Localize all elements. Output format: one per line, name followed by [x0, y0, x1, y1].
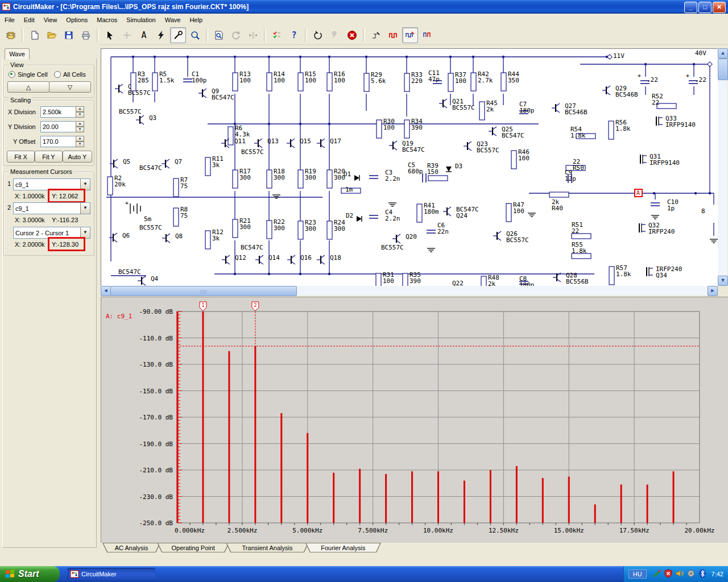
new-file-button[interactable]: [27, 27, 43, 43]
resistor[interactable]: [173, 178, 179, 197]
resistor[interactable]: [403, 273, 408, 286]
menu-options[interactable]: Options: [61, 15, 92, 24]
run-simulation-button[interactable]: [153, 27, 169, 43]
start-button[interactable]: Start: [0, 566, 60, 582]
text-tool-button[interactable]: A: [136, 27, 152, 43]
menu-help[interactable]: Help: [185, 15, 207, 24]
resistor[interactable]: [233, 170, 238, 188]
resistor[interactable]: [377, 120, 382, 138]
resistor[interactable]: [479, 102, 485, 120]
menu-simulation[interactable]: Simulation: [122, 15, 160, 24]
y-division-field[interactable]: 20.00: [40, 121, 77, 132]
resistor[interactable]: [327, 170, 332, 188]
resistor[interactable]: [205, 157, 210, 176]
expand-waveform-button[interactable]: [245, 27, 261, 43]
resistor[interactable]: [152, 73, 158, 91]
x-division-field[interactable]: 2.500k: [40, 106, 77, 118]
probe-tool-button[interactable]: [170, 27, 186, 43]
schematic-canvas[interactable]: +++Q1BC557CBC557CQ3R3285R51.5kC1100pQ9BC…: [101, 48, 718, 286]
analog-wave-button[interactable]: [402, 27, 418, 43]
y-offset-field[interactable]: 170.0: [40, 136, 77, 147]
resistor[interactable]: [417, 204, 422, 222]
schematic-vscrollbar[interactable]: ▲ ▼: [718, 48, 727, 286]
resistor[interactable]: [609, 267, 614, 285]
resistor[interactable]: [107, 177, 113, 195]
resistor[interactable]: [267, 170, 272, 188]
taskbar-task-circuitmaker[interactable]: CircuitMaker: [68, 568, 155, 580]
fit-x-button[interactable]: Fit X: [7, 151, 35, 163]
print-button[interactable]: [78, 27, 94, 43]
resistor[interactable]: [298, 221, 303, 239]
menu-file[interactable]: File: [0, 15, 19, 24]
resistor[interactable]: [481, 276, 486, 286]
resistor[interactable]: [298, 170, 303, 188]
auto-y-button[interactable]: Auto Y: [63, 151, 92, 163]
scroll-up-icon[interactable]: ▲: [718, 48, 728, 59]
resistor[interactable]: [131, 73, 136, 91]
mixed-wave-button[interactable]: [419, 27, 435, 43]
resistor-h[interactable]: [657, 103, 676, 109]
zoom-tool-button[interactable]: [187, 27, 203, 43]
close-button[interactable]: ✕: [713, 2, 726, 13]
resistor-h[interactable]: [549, 192, 569, 197]
resistor[interactable]: [298, 73, 303, 91]
radio-all-cells-dot[interactable]: [54, 71, 61, 78]
wave-probe-button[interactable]: [368, 27, 384, 43]
volume-icon[interactable]: [674, 569, 685, 579]
tab-transient-analysis[interactable]: Transient Analysis: [226, 543, 309, 552]
tab-operating-point[interactable]: Operating Point: [157, 543, 229, 552]
minimize-button[interactable]: _: [684, 2, 697, 13]
resistor[interactable]: [173, 208, 179, 226]
reset-simulation-button[interactable]: [310, 27, 326, 43]
digital-wave-button[interactable]: [385, 27, 401, 43]
open-file-button[interactable]: [44, 27, 60, 43]
scroll-down-icon[interactable]: ▼: [718, 276, 728, 286]
waveform-plot[interactable]: -90.00 dB-110.0 dB-130.0 dB-150.0 dB-170…: [101, 297, 728, 543]
resistor-h[interactable]: [428, 176, 448, 181]
resistor[interactable]: [228, 127, 233, 145]
scroll-right-icon[interactable]: ►: [708, 286, 718, 296]
chevron-down-icon[interactable]: ▼: [80, 203, 90, 214]
resistor[interactable]: [471, 73, 476, 91]
stop-simulation-button[interactable]: [344, 27, 360, 43]
cell-down-button[interactable]: ▽: [49, 81, 91, 93]
resistor[interactable]: [511, 151, 516, 169]
fit-y-button[interactable]: Fit Y: [35, 151, 63, 163]
save-file-button[interactable]: [61, 27, 77, 43]
check-simulation-button[interactable]: [269, 27, 285, 43]
maximize-button[interactable]: □: [698, 2, 712, 13]
tab-fourier-analysis[interactable]: Fourier Analysis: [305, 543, 381, 552]
radio-single-cell[interactable]: Single Cell: [9, 71, 48, 78]
resistor[interactable]: [448, 73, 453, 92]
security-shield-icon[interactable]: [663, 569, 674, 579]
resistor[interactable]: [205, 231, 210, 249]
menu-wave[interactable]: Wave: [160, 15, 185, 24]
setup-tool-button[interactable]: [327, 27, 343, 43]
resistor[interactable]: [501, 73, 506, 91]
radio-single-cell-dot[interactable]: [9, 71, 15, 78]
y-offset-spinner[interactable]: ▲▼: [76, 136, 84, 147]
schematic-hscrollbar[interactable]: ◄ ► ||||: [101, 286, 718, 296]
resistor[interactable]: [267, 221, 272, 239]
scroll-left-icon[interactable]: ◄: [101, 286, 111, 296]
vscroll-thumb[interactable]: [718, 59, 728, 80]
bluetooth-icon[interactable]: [697, 569, 708, 579]
y-division-spinner[interactable]: ▲▼: [76, 121, 84, 132]
resistor[interactable]: [376, 273, 381, 286]
help-button[interactable]: ?: [286, 27, 302, 43]
cursor2-signal-combo[interactable]: c9_1▼: [13, 202, 90, 214]
add-part-button[interactable]: [119, 27, 135, 43]
menu-edit[interactable]: Edit: [19, 15, 39, 24]
x-division-spinner[interactable]: ▲▼: [76, 106, 84, 118]
hscroll-thumb[interactable]: ||||: [110, 286, 297, 296]
menu-view[interactable]: View: [39, 15, 62, 24]
cell-up-button[interactable]: △: [7, 81, 49, 93]
resistor[interactable]: [327, 73, 332, 91]
view-netlist-button[interactable]: [211, 27, 227, 43]
language-indicator[interactable]: HU: [628, 569, 647, 579]
tab-wave[interactable]: Wave: [5, 48, 30, 60]
radio-all-cells[interactable]: All Cells: [54, 71, 86, 78]
resistor[interactable]: [267, 73, 272, 91]
resistor[interactable]: [404, 120, 410, 138]
schematic-capture-button[interactable]: [3, 27, 19, 43]
